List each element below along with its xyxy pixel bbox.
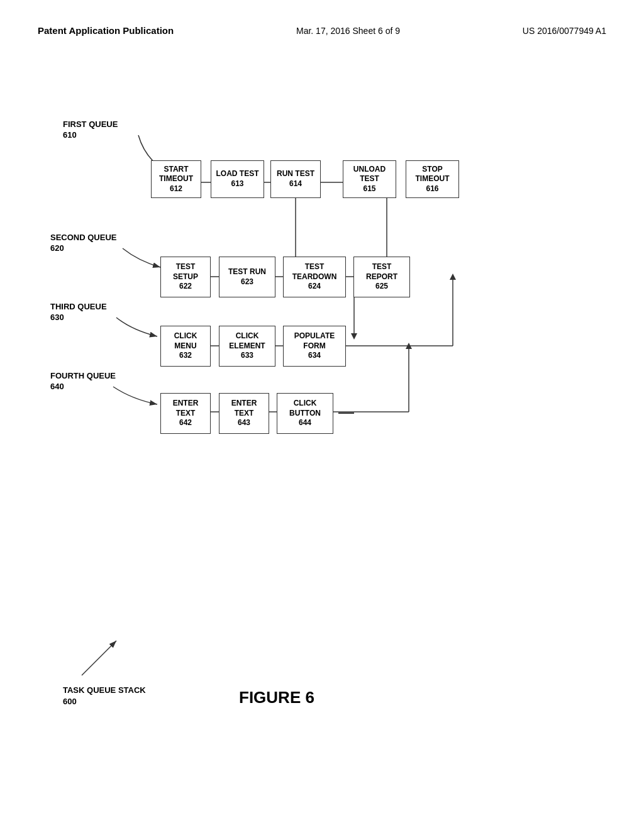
svg-line-18 <box>82 641 116 675</box>
header-left: Patent Application Publication <box>38 25 174 36</box>
page-header: Patent Application Publication Mar. 17, … <box>0 0 644 36</box>
header-center: Mar. 17, 2016 Sheet 6 of 9 <box>296 26 400 36</box>
node-test-setup: TEST SETUP 622 <box>160 257 211 297</box>
node-unload-test: UNLOAD TEST 615 <box>343 160 396 198</box>
task-queue-label: TASK QUEUE STACK 600 <box>63 685 146 707</box>
header-right: US 2016/0077949 A1 <box>523 26 606 36</box>
task-queue-stack-area: TASK QUEUE STACK 600 <box>63 631 146 707</box>
node-stop-timeout: STOP TIMEOUT 616 <box>406 160 459 198</box>
fourth-queue-label: FOURTH QUEUE 640 <box>50 371 116 392</box>
node-test-run: TEST RUN 623 <box>219 257 275 297</box>
node-enter-text-643: ENTER TEXT 643 <box>219 393 269 434</box>
node-test-report: TEST REPORT 625 <box>353 257 410 297</box>
third-queue-label: THIRD QUEUE 630 <box>50 302 107 323</box>
figure-label: FIGURE 6 <box>239 688 314 707</box>
node-click-menu: CLICK MENU 632 <box>160 326 211 367</box>
svg-marker-13 <box>450 274 456 280</box>
node-click-element: CLICK ELEMENT 633 <box>219 326 275 367</box>
first-queue-label: FIRST QUEUE 610 <box>63 119 118 141</box>
svg-marker-17 <box>406 343 412 349</box>
node-click-button: CLICK BUTTON 644 <box>277 393 333 434</box>
node-populate-form: POPULATE FORM 634 <box>283 326 346 367</box>
diagram-area: FIRST QUEUE 610 START TIMEOUT 612 LOAD T… <box>0 101 644 667</box>
node-run-test: RUN TEST 614 <box>270 160 321 198</box>
node-load-test: LOAD TEST 613 <box>211 160 264 198</box>
task-queue-arrow <box>63 631 138 682</box>
dash-line <box>338 412 354 414</box>
second-queue-label: SECOND QUEUE 620 <box>50 233 116 254</box>
node-test-teardown: TEST TEARDOWN 624 <box>283 257 346 297</box>
node-enter-text-642: ENTER TEXT 642 <box>160 393 211 434</box>
svg-marker-10 <box>351 333 357 340</box>
node-start-timeout: START TIMEOUT 612 <box>151 160 201 198</box>
